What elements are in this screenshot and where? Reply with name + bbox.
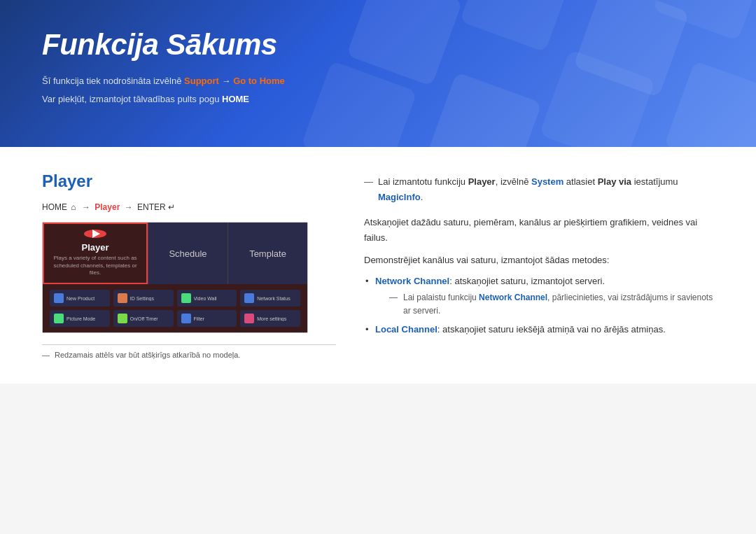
mockup-player-item: Player Plays a variety of content such a… [43, 223, 148, 284]
mockup-player-subtext: Plays a variety of content such as sched… [51, 255, 139, 276]
header-banner: Funkcija Sākums Šī funkcija tiek nodroši… [0, 0, 756, 147]
home-bold: HOME [222, 94, 249, 104]
bullet-list: Network Channel: atskaņojiet saturu, izm… [364, 274, 714, 337]
header-subtitle1: Šī funkcija tiek nodrošināta izvēlnē Sup… [42, 74, 714, 88]
filter-label: Filter [194, 316, 205, 321]
header-subtitle2: Var piekļūt, izmantojot tālvadības pults… [42, 92, 714, 106]
new-product-icon [54, 293, 64, 303]
screenshot-mockup: Player Plays a variety of content such a… [42, 222, 308, 333]
system-bold: System [531, 176, 564, 187]
mockup-more-settings: More settings [240, 310, 300, 327]
mockup-picture-mode: Picture Mode [50, 310, 110, 327]
play-icon [84, 230, 106, 238]
intro-text1: Lai izmantotu funkciju [378, 176, 468, 187]
nav-enter: ENTER [137, 202, 166, 212]
intro-text4: iestatījumu [631, 176, 678, 187]
mockup-filter: Filter [177, 310, 237, 327]
mockup-template-item: Template [227, 223, 307, 284]
body-paragraph1: Atskaņojiet dažādu saturu, piemēram, kan… [364, 215, 714, 246]
nav-home: HOME [42, 202, 67, 212]
local-channel-term: Local Channel [375, 324, 438, 335]
subtitle2-prefix: Var piekļūt, izmantojot tālvadības pults… [42, 94, 222, 104]
note-line: — Redzamais attēls var būt atšķirīgs atk… [42, 344, 336, 359]
picture-mode-label: Picture Mode [66, 316, 95, 321]
main-content: Player HOME ⌂ → Player → ENTER ↵ Player … [0, 147, 756, 384]
right-column: Lai izmantotu funkciju Player, izvēlnē S… [364, 171, 714, 359]
note-dash: — [42, 351, 50, 359]
mockup-bottom-bar: New Product ID Settings Video Wall Netwo… [43, 284, 307, 332]
bullet-network-channel: Network Channel: atskaņojiet saturu, izm… [375, 274, 714, 317]
picture-mode-icon [54, 314, 64, 323]
mockup-network-status: Network Status [240, 290, 300, 307]
subnote-term: Network Channel [479, 293, 547, 302]
intro-text3: atlasiet [564, 176, 597, 187]
onoff-timer-icon [118, 314, 127, 323]
subtitle1-prefix: Šī funkcija tiek nodrošināta izvēlnē [42, 76, 184, 86]
network-status-icon [244, 293, 254, 303]
nav-arrow2: → [125, 202, 133, 212]
mockup-schedule-item: Schedule [148, 223, 227, 284]
more-settings-icon [244, 314, 254, 323]
video-wall-icon [181, 293, 191, 303]
id-settings-icon [118, 293, 127, 303]
mockup-player-text: Player [81, 242, 108, 253]
nav-arrow1: → [82, 202, 90, 212]
player-bold: Player [468, 176, 496, 187]
onoff-timer-label: On/Off Timer [130, 316, 158, 321]
intro-paragraph: Lai izmantotu funkciju Player, izvēlnē S… [364, 174, 714, 205]
nav-path: HOME ⌂ → Player → ENTER ↵ [42, 202, 336, 212]
intro-text5: . [421, 192, 424, 202]
arrow1: → [219, 76, 233, 86]
nav-player: Player [94, 202, 120, 212]
new-product-label: New Product [66, 296, 94, 301]
methods-label: Demonstrējiet kanālus vai saturu, izmant… [364, 253, 714, 268]
note-text: Redzamais attēls var būt atšķirīgs atkar… [55, 351, 240, 359]
mockup-new-product: New Product [50, 290, 110, 307]
filter-icon [181, 314, 191, 323]
play-via-bold: Play via [598, 176, 631, 187]
go-to-link: Go to Home [233, 76, 285, 86]
section-title: Player [42, 171, 336, 191]
magicinfo-bold: MagicInfo [378, 192, 421, 202]
intro-text2: , izvēlnē [496, 176, 531, 187]
video-wall-label: Video Wall [194, 296, 217, 301]
network-channel-text: : atskaņojiet saturu, izmantojot serveri… [449, 276, 605, 286]
local-channel-text: : atskaņojiet saturu iekšējā atmiņā vai … [438, 324, 666, 335]
page-title: Funkcija Sākums [42, 28, 714, 62]
network-channel-subnote: Lai palaistu funkciju Network Channel, p… [389, 291, 714, 318]
subnote-text1: Lai palaistu funkciju [403, 293, 479, 302]
more-settings-label: More settings [257, 316, 286, 321]
support-link: Support [184, 76, 219, 86]
left-column: Player HOME ⌂ → Player → ENTER ↵ Player … [42, 171, 336, 359]
bullet-local-channel: Local Channel: atskaņojiet saturu iekšēj… [375, 322, 714, 337]
mockup-menu-bar: Player Plays a variety of content such a… [43, 223, 307, 284]
home-icon: ⌂ [71, 202, 76, 212]
mockup-id-settings: ID Settings [113, 290, 174, 307]
network-status-label: Network Status [257, 296, 290, 301]
mockup-menu-items: Schedule Template [148, 223, 307, 284]
mockup-onoff-timer: On/Off Timer [113, 310, 174, 327]
mockup-video-wall: Video Wall [177, 290, 237, 307]
enter-icon: ↵ [168, 202, 175, 212]
id-settings-label: ID Settings [130, 296, 154, 301]
network-channel-term: Network Channel [375, 276, 449, 286]
